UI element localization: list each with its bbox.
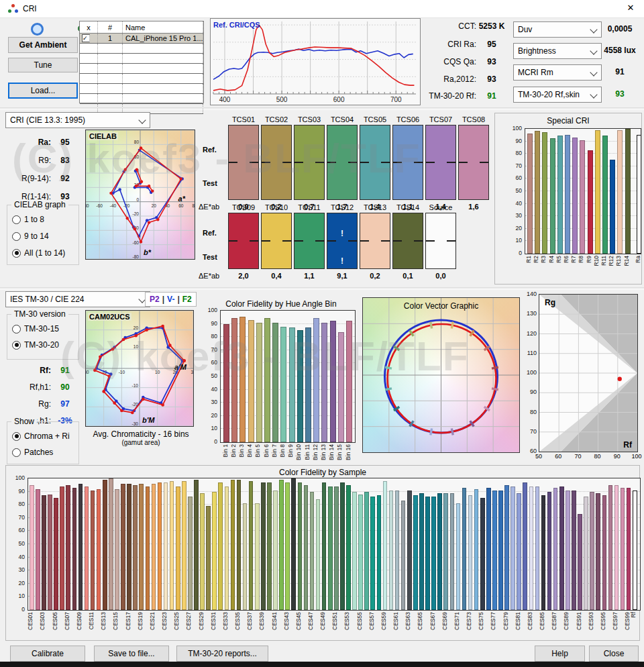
table-row-empty[interactable] [80, 94, 203, 104]
bar [553, 488, 558, 610]
get-ambient-button[interactable]: Get Ambient [8, 37, 78, 53]
swatch-test-mark [381, 240, 390, 242]
table-row-empty[interactable] [80, 84, 203, 94]
radio-button[interactable] [12, 249, 21, 258]
svg-text:30: 30 [191, 370, 193, 374]
x-tick-label: CES45 [296, 612, 302, 630]
metric-row: Rf:91 [9, 366, 79, 375]
x-tick-label: Bin 6 [264, 444, 270, 457]
radio-cielab-0[interactable]: 1 to 8 [12, 215, 44, 224]
save-to-file-button[interactable]: Save to file... [94, 646, 169, 662]
bar [590, 492, 594, 610]
radio-button[interactable] [12, 325, 21, 334]
swatch-test-mark [348, 162, 357, 163]
swatch-test-mark [381, 162, 390, 163]
radio-tm30ver-1[interactable]: TM-30-20 [12, 340, 59, 350]
swatch-ref-mark [229, 162, 237, 163]
x-tick-label: R13 [616, 256, 622, 266]
bar [48, 495, 52, 610]
close-button[interactable]: Close [589, 646, 639, 662]
radio-button[interactable] [12, 448, 21, 457]
bar [158, 482, 162, 610]
y-tick-label: 0 [205, 439, 217, 445]
bar [535, 486, 540, 610]
selector-combo-duv[interactable]: Duv [513, 21, 602, 38]
y-tick-label: 50 [10, 541, 25, 547]
metric-label: Ra: [9, 138, 51, 147]
svg-text:-10: -10 [119, 370, 125, 374]
table-row-empty[interactable] [80, 74, 203, 84]
radio-cielab-2[interactable]: All (1 to 14) [12, 248, 65, 258]
swatch-ref-mark [229, 240, 237, 242]
swatch-ref-mark [327, 162, 336, 163]
bar [437, 493, 442, 610]
measurement-table[interactable]: x # Name ✓1CAL_iPhone 15 Pro 1... [79, 21, 204, 103]
stat-value: 91 [476, 91, 507, 101]
tcs-label: TCS08 [458, 115, 489, 123]
bar [340, 482, 345, 610]
bar [580, 140, 585, 254]
y-tick-label: 30 [511, 213, 522, 219]
radio-button[interactable] [12, 215, 21, 224]
cri-method-combo[interactable]: CRI (CIE 13.3: 1995) [5, 112, 150, 128]
tm30-reports-button[interactable]: TM-30-20 reports... [176, 646, 268, 662]
tcs-delta-value: 9,1 [327, 272, 358, 280]
x-tick-label: CES51 [332, 612, 338, 630]
tcs-label: TCS06 [392, 115, 423, 123]
selector-value: 93 [599, 89, 641, 99]
table-row-empty[interactable] [80, 54, 203, 64]
swatch-ref-mark [262, 240, 270, 242]
tune-button[interactable]: Tune [8, 58, 78, 72]
x-tick-label: Bin 1 [223, 444, 229, 457]
x-tick-label: CES55 [357, 612, 363, 630]
help-button[interactable]: Help [535, 646, 585, 662]
x-tick-label: CES97 [612, 612, 619, 630]
selector-combo-mcri-rm[interactable]: MCRI Rm [513, 64, 602, 81]
calibrate-button[interactable]: Calibrate [10, 646, 85, 662]
radio-button[interactable] [12, 432, 21, 441]
bar [139, 484, 144, 610]
bar [212, 492, 217, 610]
spectral-plot-label: Ref. CRI/CQS [213, 21, 260, 29]
x-tick-label: 50 [532, 453, 545, 460]
radio-cielab-1[interactable]: 9 to 14 [12, 232, 49, 241]
table-row[interactable]: ✓1CAL_iPhone 15 Pro 1... [80, 34, 203, 44]
radio-button[interactable] [12, 232, 21, 241]
tcs-delta-value: 1,1 [294, 272, 325, 280]
selector-combo-tm-30-20-rf-skin[interactable]: TM-30-20 Rf,skin [513, 87, 602, 103]
y-tick-label: 80 [10, 501, 25, 507]
radio-button[interactable] [12, 341, 21, 350]
bar [334, 486, 339, 610]
bar [595, 130, 600, 254]
bar-plot-area [220, 310, 356, 443]
y-tick-label: 80 [205, 334, 217, 340]
metric-row: Rg:97 [9, 399, 79, 409]
x-tick-label: Bin 9 [288, 444, 294, 457]
bar [377, 495, 382, 610]
radio-show-0[interactable]: Chroma + Ri [12, 431, 70, 441]
svg-text:10: 10 [155, 370, 160, 374]
row-checkbox[interactable]: ✓ [82, 34, 90, 42]
selector-combo-brightness[interactable]: Brightness [513, 43, 602, 59]
x-tick-label: Bin 15 [337, 444, 343, 460]
table-header: x # Name [80, 21, 203, 34]
source-modes-badge[interactable]: P2|V-|F2 [145, 292, 197, 307]
bar [364, 492, 369, 610]
row-name-cell: CAL_iPhone 15 Pro 1... [123, 34, 203, 43]
bottom-strip [0, 662, 644, 667]
x-tick-label: CES85 [539, 612, 545, 630]
close-icon[interactable]: ✕ [624, 3, 637, 15]
bar [218, 482, 223, 610]
load-button[interactable]: Load... [8, 83, 78, 99]
tcs-swatch-tcs03 [294, 125, 325, 200]
table-row-empty[interactable] [80, 64, 203, 74]
swatch-test-mark [447, 162, 455, 163]
radio-tm30ver-0[interactable]: TM-30-15 [12, 324, 59, 334]
radio-show-1[interactable]: Patches [12, 448, 53, 457]
tm30-method-combo[interactable]: IES TM-30 / CIE 224 [5, 291, 150, 307]
table-row-empty[interactable] [80, 44, 203, 54]
bar [54, 498, 58, 610]
bar-plot-area [525, 128, 641, 254]
selector-value: 4558 lux [599, 46, 641, 55]
swatch-test-mark [414, 240, 423, 242]
